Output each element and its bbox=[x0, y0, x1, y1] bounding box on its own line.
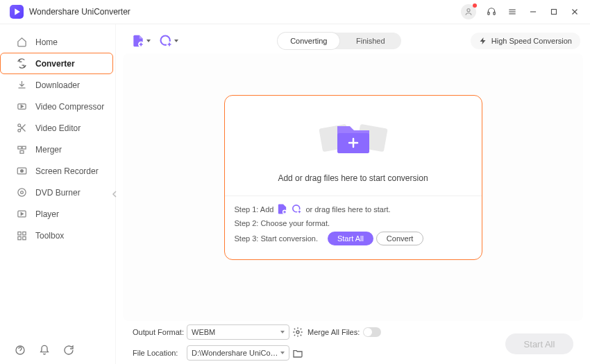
svg-point-36 bbox=[296, 331, 299, 333]
close-icon[interactable] bbox=[569, 6, 580, 17]
svg-point-19 bbox=[20, 170, 23, 173]
converter-icon bbox=[16, 58, 27, 69]
status-tabs: Converting Finished bbox=[278, 33, 401, 49]
file-location-label: File Location: bbox=[133, 349, 187, 357]
sidebar-collapse-icon[interactable] bbox=[111, 184, 118, 205]
sidebar-item-player[interactable]: Player bbox=[0, 203, 113, 225]
output-format-select[interactable]: WEBM bbox=[187, 324, 289, 340]
chevron-down-icon bbox=[280, 331, 285, 333]
start-all-main-button[interactable]: Start All bbox=[505, 333, 573, 354]
tab-converting[interactable]: Converting bbox=[278, 33, 339, 49]
step1-suffix: or drag files here to start. bbox=[305, 205, 390, 214]
sidebar-item-editor[interactable]: Video Editor bbox=[0, 117, 113, 139]
player-icon bbox=[16, 209, 27, 220]
sidebar-item-label: Converter bbox=[35, 59, 75, 69]
merger-icon bbox=[16, 144, 27, 155]
bell-icon[interactable] bbox=[38, 344, 50, 356]
add-file-icon bbox=[276, 203, 288, 215]
drop-zone[interactable]: Add or drag files here to start conversi… bbox=[224, 95, 482, 260]
sidebar-item-label: DVD Burner bbox=[35, 188, 81, 198]
folder-illustration bbox=[232, 114, 475, 162]
toolbar: Converting Finished High Speed Conversio… bbox=[123, 24, 583, 53]
svg-point-12 bbox=[17, 129, 20, 132]
sidebar-item-merger[interactable]: Merger bbox=[0, 139, 113, 160]
sidebar-item-label: Screen Recorder bbox=[35, 166, 99, 176]
open-folder-icon[interactable] bbox=[291, 346, 305, 360]
sidebar-item-downloader[interactable]: Downloader bbox=[0, 74, 113, 96]
convert-button[interactable]: Convert bbox=[376, 232, 424, 245]
output-format-label: Output Format: bbox=[133, 328, 187, 336]
high-speed-label: High Speed Conversion bbox=[491, 37, 572, 45]
file-location-value: D:\Wondershare UniConverter bbox=[192, 349, 280, 357]
svg-rect-23 bbox=[17, 232, 20, 235]
svg-rect-26 bbox=[22, 236, 25, 239]
headset-icon[interactable] bbox=[486, 6, 497, 17]
scissors-icon bbox=[16, 123, 27, 134]
app-title: Wondershare UniConverter bbox=[29, 7, 130, 17]
titlebar-actions bbox=[461, 4, 580, 19]
sidebar-item-dvd[interactable]: DVD Burner bbox=[0, 182, 113, 203]
file-location-select[interactable]: D:\Wondershare UniConverter bbox=[187, 345, 289, 361]
sidebar-item-label: Home bbox=[35, 37, 58, 47]
merge-label: Merge All Files: bbox=[307, 328, 363, 336]
high-speed-button[interactable]: High Speed Conversion bbox=[471, 33, 580, 49]
svg-rect-1 bbox=[488, 12, 489, 15]
compressor-icon bbox=[16, 101, 27, 112]
drop-steps: Step 1: Add or drag files here to start.… bbox=[225, 196, 482, 259]
sidebar-item-label: Toolbox bbox=[35, 231, 64, 241]
start-all-button[interactable]: Start All bbox=[328, 232, 373, 245]
account-icon[interactable] bbox=[461, 4, 476, 19]
disc-icon bbox=[16, 187, 27, 198]
output-format-value: WEBM bbox=[192, 328, 215, 336]
svg-rect-25 bbox=[17, 236, 20, 239]
chevron-down-icon bbox=[280, 352, 285, 354]
drop-headline: Add or drag files here to start conversi… bbox=[232, 173, 475, 183]
help-icon[interactable] bbox=[14, 344, 26, 356]
add-file-button[interactable] bbox=[130, 33, 152, 49]
step3-text: Step 3: Start conversion. bbox=[235, 234, 318, 243]
sidebar: Home Converter Downloader Video Compress… bbox=[0, 24, 116, 364]
svg-rect-17 bbox=[20, 150, 24, 153]
sidebar-item-label: Video Editor bbox=[35, 123, 81, 133]
sidebar-item-toolbox[interactable]: Toolbox bbox=[0, 225, 113, 246]
hamburger-icon[interactable] bbox=[507, 6, 518, 17]
recorder-icon bbox=[16, 166, 27, 177]
content-area: Add or drag files here to start conversi… bbox=[123, 53, 583, 321]
add-url-icon bbox=[291, 203, 303, 215]
sidebar-item-label: Downloader bbox=[35, 80, 80, 90]
svg-point-11 bbox=[17, 124, 20, 127]
svg-point-20 bbox=[17, 189, 25, 196]
add-url-button[interactable] bbox=[158, 33, 180, 49]
svg-rect-15 bbox=[17, 146, 21, 149]
sidebar-item-label: Video Compressor bbox=[35, 102, 104, 112]
maximize-icon[interactable] bbox=[548, 6, 559, 17]
footer: Output Format: WEBM Merge All Files: Fil… bbox=[123, 324, 583, 364]
bottom-status-icons bbox=[14, 344, 74, 356]
svg-rect-2 bbox=[494, 12, 495, 15]
minimize-icon[interactable] bbox=[528, 6, 539, 17]
titlebar: Wondershare UniConverter bbox=[0, 0, 590, 24]
download-icon bbox=[16, 80, 27, 91]
app-logo bbox=[10, 5, 24, 19]
settings-gear-icon[interactable] bbox=[291, 325, 305, 339]
svg-point-21 bbox=[20, 191, 23, 194]
svg-rect-24 bbox=[22, 232, 25, 235]
merge-toggle[interactable] bbox=[363, 327, 381, 337]
lightning-icon bbox=[479, 37, 487, 45]
sidebar-item-label: Merger bbox=[35, 145, 62, 155]
sidebar-item-recorder[interactable]: Screen Recorder bbox=[0, 160, 113, 182]
sidebar-item-compressor[interactable]: Video Compressor bbox=[0, 96, 113, 117]
drop-zone-top: Add or drag files here to start conversi… bbox=[225, 96, 482, 196]
step2-text: Step 2: Choose your format. bbox=[235, 219, 330, 227]
sidebar-item-label: Player bbox=[35, 209, 59, 219]
home-icon bbox=[16, 37, 27, 48]
tab-finished[interactable]: Finished bbox=[339, 33, 401, 49]
svg-point-0 bbox=[467, 9, 470, 12]
step1-prefix: Step 1: Add bbox=[235, 205, 274, 214]
feedback-icon[interactable] bbox=[62, 344, 74, 356]
svg-rect-16 bbox=[22, 146, 26, 149]
toolbox-icon bbox=[16, 230, 27, 241]
svg-rect-7 bbox=[552, 10, 557, 15]
sidebar-item-home[interactable]: Home bbox=[0, 31, 113, 53]
sidebar-item-converter[interactable]: Converter bbox=[0, 53, 113, 74]
